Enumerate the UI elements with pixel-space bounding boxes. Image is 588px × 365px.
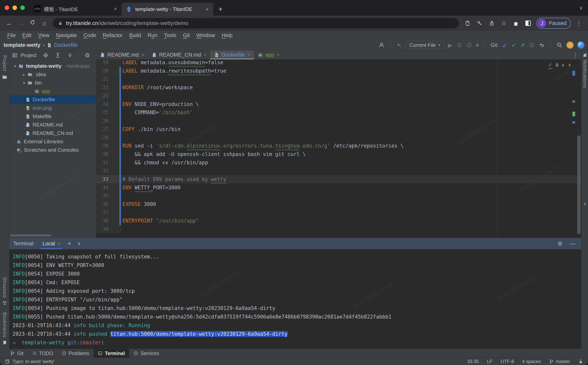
tree-item--idea[interactable]: ▸.idea bbox=[9, 70, 96, 79]
assistant-sphere-icon[interactable] bbox=[577, 42, 584, 49]
close-tab-icon[interactable]: × bbox=[205, 6, 210, 12]
vcs-change-marker[interactable] bbox=[110, 108, 121, 117]
line-number[interactable]: 26 bbox=[96, 117, 110, 125]
git-branch-widget[interactable]: master bbox=[549, 359, 570, 364]
editor-scrollbar-rail[interactable] bbox=[572, 60, 581, 238]
unlock-icon[interactable] bbox=[578, 359, 583, 364]
side-panel-icon[interactable] bbox=[525, 21, 531, 26]
debug-icon[interactable] bbox=[456, 42, 462, 48]
terminal-dropdown-chevron-icon[interactable]: ∨ bbox=[76, 241, 82, 246]
stripe-mark[interactable] bbox=[572, 100, 575, 103]
vcs-change-marker[interactable] bbox=[110, 117, 121, 125]
close-tab-icon[interactable]: × bbox=[248, 52, 250, 58]
line-number[interactable]: 32 bbox=[96, 167, 110, 175]
toolwindow-tab-structure[interactable]: Structure bbox=[2, 277, 7, 298]
line-number[interactable]: 31 bbox=[96, 158, 110, 167]
share-icon[interactable] bbox=[489, 20, 495, 26]
tree-item-bin[interactable]: ▾bin bbox=[9, 79, 96, 87]
toolwindow-tab-project[interactable]: Project bbox=[2, 55, 7, 71]
git-push-icon[interactable]: ↗ bbox=[520, 42, 525, 49]
toolwindow-tab-notifications[interactable]: Notifications bbox=[582, 60, 588, 88]
close-tab-icon[interactable]: × bbox=[277, 52, 280, 58]
build-arrow-icon[interactable]: ↖ bbox=[397, 42, 402, 49]
back-button[interactable]: ← bbox=[4, 20, 14, 27]
project-panel-title[interactable]: Project bbox=[21, 52, 36, 58]
toolwindow-button-git[interactable]: Git bbox=[6, 349, 28, 358]
bell-icon[interactable] bbox=[582, 53, 588, 58]
menu-edit[interactable]: Edit bbox=[19, 32, 35, 38]
encoding-widget[interactable]: UTF-8 bbox=[501, 359, 514, 364]
line-number[interactable]: 22 bbox=[96, 83, 110, 92]
locate-file-icon[interactable] bbox=[43, 52, 49, 58]
breadcrumb-project[interactable]: template-wetty bbox=[4, 42, 40, 48]
terminal-settings-gear-icon[interactable]: ⚙ bbox=[557, 240, 563, 247]
breadcrumb-file[interactable]: Dockerfile bbox=[54, 42, 77, 48]
bookmark-icon[interactable] bbox=[2, 340, 7, 345]
stripe-mark[interactable] bbox=[572, 112, 575, 116]
menu-help[interactable]: Help bbox=[218, 32, 236, 38]
zoom-window-button[interactable] bbox=[20, 6, 25, 10]
menu-run[interactable]: Run bbox=[144, 32, 161, 38]
vcs-change-marker[interactable] bbox=[110, 125, 121, 133]
tree-item-scratches-and-consoles[interactable]: Scratches and Consoles bbox=[9, 146, 96, 154]
menu-refactor[interactable]: Refactor bbox=[99, 32, 126, 38]
new-terminal-button[interactable]: + bbox=[65, 240, 74, 247]
ide-update-icon[interactable]: ↑ bbox=[567, 42, 574, 49]
folder-icon[interactable] bbox=[2, 74, 7, 80]
line-number[interactable]: 39 bbox=[96, 225, 110, 233]
clipboard-icon[interactable] bbox=[465, 20, 470, 26]
editor-scrollbar-thumb[interactable] bbox=[577, 135, 581, 234]
run-configuration-select[interactable]: Current File ▾ bbox=[406, 41, 444, 49]
tree-item-app[interactable]: app bbox=[9, 87, 96, 95]
splitter-collapse-icon[interactable]: ‹ bbox=[584, 200, 586, 207]
collapse-all-icon[interactable] bbox=[67, 52, 73, 58]
minimize-window-button[interactable] bbox=[13, 6, 17, 10]
vcs-change-marker[interactable] bbox=[110, 150, 121, 159]
tree-item-dockerfile[interactable]: Dockerfile bbox=[9, 95, 96, 104]
tree-chevron-icon[interactable]: ▾ bbox=[21, 81, 27, 85]
vcs-change-marker[interactable] bbox=[110, 208, 121, 217]
close-tab-icon[interactable]: × bbox=[141, 52, 144, 58]
tree-chevron-icon[interactable]: ▾ bbox=[12, 64, 18, 69]
profiler-icon[interactable] bbox=[466, 42, 472, 48]
vcs-change-marker[interactable] bbox=[110, 60, 121, 67]
horizontal-scrollbar[interactable] bbox=[10, 234, 52, 236]
tab-search-chevron-icon[interactable]: ∨ bbox=[579, 5, 583, 11]
vcs-change-marker[interactable] bbox=[110, 158, 121, 167]
line-number[interactable]: 38 bbox=[96, 217, 110, 225]
menu-window[interactable]: Window bbox=[193, 32, 218, 38]
code-area[interactable]: 19LABEL metadata.usesubdomain=false20LAB… bbox=[96, 60, 581, 238]
structure-icon[interactable] bbox=[2, 301, 7, 306]
toolwindow-button-todo[interactable]: TODO bbox=[28, 349, 57, 358]
caret-position-widget[interactable]: 33:35 bbox=[467, 359, 479, 364]
settings-gear-icon[interactable]: ⚙ bbox=[85, 52, 90, 59]
vcs-change-marker[interactable] bbox=[110, 225, 121, 233]
tree-chevron-icon[interactable]: ▸ bbox=[21, 72, 27, 77]
vcs-change-marker[interactable] bbox=[110, 75, 121, 83]
line-separator-widget[interactable]: LF bbox=[487, 359, 493, 364]
menu-git[interactable]: Git bbox=[180, 32, 193, 38]
tree-item-makefile[interactable]: Makefile bbox=[9, 112, 96, 121]
vcs-change-marker[interactable] bbox=[110, 133, 121, 142]
menu-build[interactable]: Build bbox=[126, 32, 144, 38]
run-button[interactable]: ▶ bbox=[448, 42, 453, 49]
menu-navigate[interactable]: Navigate bbox=[53, 32, 80, 38]
vcs-change-marker[interactable] bbox=[110, 142, 121, 150]
editor-tab-readme-cn-md[interactable]: MDREADME_CN.md× bbox=[148, 50, 210, 59]
line-number[interactable]: 33 bbox=[96, 175, 110, 183]
git-update-icon[interactable]: ↙ bbox=[503, 42, 507, 49]
line-number[interactable]: 19 bbox=[96, 60, 110, 67]
line-number[interactable]: 20 bbox=[96, 67, 110, 75]
tree-item-external-libraries[interactable]: External Libraries bbox=[9, 137, 96, 146]
toolwindow-button-problems[interactable]: Problems bbox=[57, 349, 94, 358]
terminal-tab-local[interactable]: Local × bbox=[40, 238, 63, 249]
line-number[interactable]: 34 bbox=[96, 183, 110, 192]
search-icon[interactable] bbox=[556, 42, 563, 48]
toolwindow-tab-bookmarks[interactable]: Bookmarks bbox=[2, 312, 7, 337]
rollback-icon[interactable] bbox=[539, 42, 545, 48]
vcs-change-marker[interactable] bbox=[110, 183, 121, 192]
hide-terminal-icon[interactable]: — bbox=[570, 240, 575, 247]
close-tab-icon[interactable]: × bbox=[113, 6, 118, 12]
tree-item-icon-png[interactable]: icon.png bbox=[9, 104, 96, 112]
editor-options-kebab-icon[interactable]: ⋮ bbox=[572, 51, 578, 58]
